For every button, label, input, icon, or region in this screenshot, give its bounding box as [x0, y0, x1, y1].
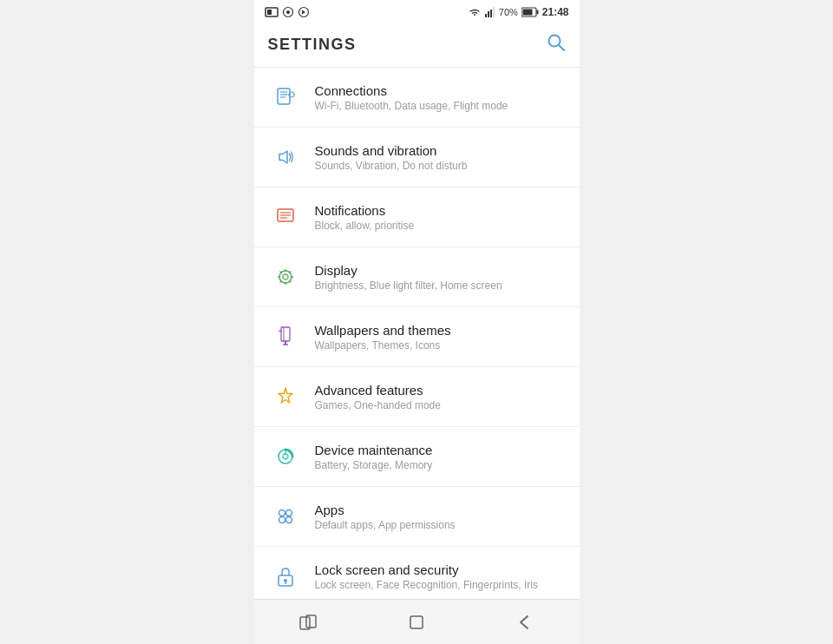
settings-item-advanced[interactable]: Advanced features Games, One-handed mode [254, 367, 580, 427]
settings-item-device[interactable]: Device maintenance Battery, Storage, Mem… [254, 427, 580, 487]
apps-icon-container [268, 499, 303, 534]
notifications-text: Notifications Block, allow, prioritise [315, 203, 415, 232]
settings-item-sounds[interactable]: Sounds and vibration Sounds, Vibration, … [254, 128, 580, 187]
home-icon [407, 613, 426, 632]
svg-rect-11 [522, 10, 532, 16]
advanced-title: Advanced features [315, 383, 441, 398]
advanced-icon [274, 385, 297, 408]
settings-item-apps[interactable]: Apps Default apps, App permissions [254, 487, 580, 547]
settings-list: Connections Wi-Fi, Bluetooth, Data usage… [254, 68, 580, 599]
notifications-icon [274, 206, 297, 228]
svg-rect-10 [536, 10, 538, 15]
search-button[interactable] [547, 33, 566, 56]
svg-rect-14 [278, 89, 290, 104]
wifi-icon [468, 7, 482, 17]
wallpapers-text: Wallpapers and themes Wallpapers, Themes… [315, 323, 451, 352]
page-title: SETTINGS [268, 36, 357, 54]
sounds-icon-container [268, 140, 303, 174]
lockscreen-text: Lock screen and security Lock screen, Fa… [315, 562, 538, 591]
lockscreen-title: Lock screen and security [315, 562, 538, 577]
connections-title: Connections [315, 83, 508, 98]
battery-icon [521, 7, 539, 17]
svg-point-41 [285, 510, 292, 516]
sounds-title: Sounds and vibration [315, 143, 468, 158]
svg-rect-8 [493, 7, 495, 17]
display-title: Display [315, 263, 502, 278]
device-icon-container [268, 439, 303, 474]
lockscreen-subtitle: Lock screen, Face Recognition, Fingerpri… [315, 579, 538, 591]
connections-text: Connections Wi-Fi, Bluetooth, Data usage… [315, 83, 508, 112]
apps-title: Apps [315, 503, 456, 517]
signal-icon [485, 7, 495, 17]
status-right-icons: 70% 21:48 [468, 6, 569, 18]
svg-point-25 [283, 274, 288, 279]
device-icon [274, 445, 297, 468]
notifications-subtitle: Block, allow, prioritise [315, 220, 415, 232]
recent-apps-button[interactable] [282, 605, 334, 640]
notifications-icon-container [268, 200, 303, 234]
settings-item-lockscreen[interactable]: Lock screen and security Lock screen, Fa… [254, 547, 580, 599]
home-button[interactable] [390, 605, 443, 640]
svg-point-40 [279, 510, 285, 516]
apps-icon [274, 505, 297, 528]
sounds-icon [274, 146, 297, 168]
settings-item-notifications[interactable]: Notifications Block, allow, prioritise [254, 187, 580, 247]
notifications-title: Notifications [315, 203, 415, 218]
settings-item-wallpapers[interactable]: Wallpapers and themes Wallpapers, Themes… [254, 307, 580, 367]
wallpapers-icon-container [268, 319, 303, 354]
back-icon [515, 613, 535, 632]
svg-line-31 [289, 281, 291, 283]
wallpapers-subtitle: Wallpapers, Themes, Icons [315, 339, 451, 352]
display-icon-container [268, 260, 303, 294]
music-icon [298, 6, 310, 18]
connections-subtitle: Wi-Fi, Bluetooth, Data usage, Flight mod… [315, 100, 508, 112]
settings-item-connections[interactable]: Connections Wi-Fi, Bluetooth, Data usage… [254, 68, 580, 128]
settings-icon-small [282, 6, 294, 18]
lockscreen-icon [274, 565, 297, 588]
svg-line-33 [279, 281, 281, 283]
settings-header: SETTINGS [254, 24, 580, 68]
svg-point-43 [285, 517, 292, 523]
device-subtitle: Battery, Storage, Memory [315, 459, 433, 471]
sounds-text: Sounds and vibration Sounds, Vibration, … [315, 143, 468, 172]
status-left-icons [265, 6, 310, 18]
svg-rect-7 [490, 10, 492, 17]
wallpapers-icon [274, 325, 297, 348]
sounds-subtitle: Sounds, Vibration, Do not disturb [315, 160, 468, 172]
svg-point-42 [279, 517, 285, 523]
svg-line-30 [279, 272, 281, 273]
svg-rect-51 [410, 616, 423, 628]
svg-point-45 [284, 579, 287, 582]
sim-icon [265, 7, 279, 17]
bottom-nav [254, 599, 580, 644]
display-text: Display Brightness, Blue light filter, H… [315, 263, 502, 292]
advanced-icon-container [268, 379, 303, 414]
apps-text: Apps Default apps, App permissions [315, 503, 456, 531]
svg-rect-1 [267, 10, 272, 15]
svg-rect-36 [279, 330, 282, 332]
settings-item-display[interactable]: Display Brightness, Blue light filter, H… [254, 247, 580, 307]
device-text: Device maintenance Battery, Storage, Mem… [315, 443, 433, 471]
time-display: 21:48 [542, 6, 569, 18]
back-button[interactable] [499, 605, 551, 640]
wallpapers-title: Wallpapers and themes [315, 323, 451, 338]
battery-text: 70% [499, 7, 518, 17]
svg-point-38 [283, 454, 288, 459]
svg-line-13 [559, 45, 564, 50]
svg-point-3 [286, 10, 290, 14]
connections-icon [274, 86, 297, 108]
lockscreen-icon-container [268, 559, 303, 594]
connections-icon-container [268, 80, 303, 115]
svg-line-32 [289, 272, 291, 273]
phone-frame: 70% 21:48 SETTINGS [254, 0, 580, 644]
recent-apps-icon [298, 613, 318, 632]
svg-rect-5 [485, 14, 487, 17]
status-bar: 70% 21:48 [254, 0, 580, 24]
display-subtitle: Brightness, Blue light filter, Home scre… [315, 279, 502, 292]
display-icon [274, 266, 297, 288]
svg-rect-34 [281, 327, 290, 341]
device-title: Device maintenance [315, 443, 433, 457]
apps-subtitle: Default apps, App permissions [315, 519, 456, 531]
search-icon [547, 33, 566, 52]
svg-rect-6 [488, 11, 489, 17]
